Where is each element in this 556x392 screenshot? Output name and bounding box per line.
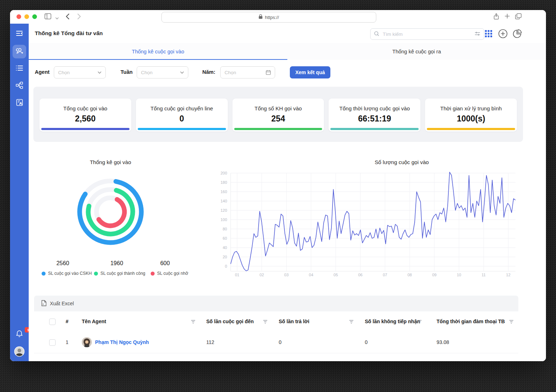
agent-select[interactable]: Chọn (54, 66, 106, 78)
svg-text:140: 140 (221, 199, 227, 203)
pie-chart-icon[interactable] (512, 29, 522, 39)
sidebar-item-report[interactable] (13, 96, 26, 110)
donut-value-missed: 600 (147, 260, 183, 267)
week-select[interactable]: Chọn (137, 66, 188, 78)
forward-icon[interactable] (77, 13, 81, 21)
agent-avatar (82, 337, 92, 349)
stat-card-label: Thời gian xử lý trung bình (425, 105, 517, 111)
stat-card-value: 2,560 (39, 114, 131, 124)
stat-card-label: Tổng thời lượng cuộc gọi vào (329, 105, 420, 111)
legend-label: SL cuộc gọi nhỡ (157, 271, 188, 276)
stat-card-accent-bar (234, 128, 322, 130)
tab-calls-in[interactable]: Thống kê cuộc gọi vào (29, 43, 287, 60)
column-header-0: # (66, 311, 69, 331)
column-header-4: Số lần không tiếp nhận (365, 311, 420, 331)
svg-text:40: 40 (223, 245, 227, 250)
search-input[interactable] (382, 31, 472, 37)
svg-text:12: 12 (506, 273, 510, 277)
browser-toolbar: https:// (10, 10, 546, 24)
filter-icon[interactable] (417, 319, 422, 324)
table-header: #Tên AgentSố lần cuộc gọi đếnSố lần trả … (34, 311, 518, 332)
svg-text:80: 80 (223, 227, 227, 231)
sidebar-panel-icon[interactable] (44, 13, 51, 21)
column-header-2: Số lần cuộc gọi đến (206, 311, 254, 331)
search-icon (374, 31, 379, 37)
svg-text:09: 09 (432, 273, 437, 277)
stat-card-1: Tổng cuộc gọi chuyển line 0 (136, 99, 228, 132)
export-excel-button[interactable]: Xuất Excel (50, 301, 74, 306)
svg-text:06: 06 (358, 273, 363, 277)
stat-card-value: 1000(s) (425, 114, 517, 124)
svg-text:04: 04 (309, 273, 313, 277)
filter-icon[interactable] (191, 319, 196, 324)
row-checkbox[interactable] (49, 339, 56, 346)
tab-calls-out[interactable]: Thống kê cuộc gọi ra (287, 43, 546, 60)
svg-text:120: 120 (221, 208, 227, 212)
close-window-button[interactable] (17, 14, 21, 19)
line-chart: 0204060801001201401601802000102030405060… (215, 169, 523, 279)
week-label: Tuần (121, 69, 133, 75)
list-icon (16, 65, 23, 72)
svg-text:08: 08 (407, 273, 412, 277)
profile-avatar-button[interactable] (13, 345, 26, 359)
stat-card-2: Tổng số KH gọi vào 254 (232, 99, 324, 132)
notifications-button[interactable]: 1 (13, 328, 26, 341)
cell-answered: 0 (279, 331, 282, 353)
tune-filter-icon[interactable] (475, 31, 480, 37)
new-tab-icon[interactable] (504, 13, 510, 20)
table-toolbar: x Xuất Excel (34, 296, 518, 311)
year-date-picker[interactable]: Chọn (220, 66, 275, 78)
svg-text:60: 60 (223, 236, 227, 240)
select-all-checkbox[interactable] (49, 319, 56, 325)
legend-dot-red (151, 272, 155, 276)
url-text: https:// (265, 15, 279, 20)
stat-card-label: Tổng số KH gọi vào (232, 105, 324, 111)
stat-card-0: Tổng cuộc gọi vào 2,560 (39, 99, 131, 132)
chevron-down-icon (180, 71, 184, 74)
report-contact-icon (16, 99, 23, 107)
svg-text:03: 03 (284, 273, 288, 277)
tabs-overview-icon[interactable] (515, 13, 522, 21)
year-picker-placeholder: Chọn (225, 70, 236, 75)
sidebar-collapse-button[interactable] (13, 27, 26, 41)
agent-label: Agent (35, 69, 50, 75)
column-header-5: Tổng thời gian đàm thoại TB (437, 311, 505, 331)
agent-name-link[interactable]: Phạm Thị Ngọc Quỳnh (95, 331, 149, 353)
minimize-window-button[interactable] (24, 14, 29, 19)
chevron-down-icon[interactable] (55, 15, 59, 21)
stat-card-value: 66:51:19 (329, 114, 420, 124)
sidebar-item-list[interactable] (13, 62, 26, 76)
legend-dot-green (94, 272, 98, 276)
zoom-window-button[interactable] (32, 14, 37, 19)
svg-text:0: 0 (225, 264, 227, 268)
share-icon[interactable] (494, 13, 499, 21)
search-box[interactable] (370, 28, 484, 40)
url-bar[interactable]: https:// (161, 12, 376, 23)
cell-not-accepted: 0 (365, 331, 368, 353)
table-row: 1 Phạm Thị Ngọc Quỳnh 112 0 0 93.08 (34, 331, 518, 353)
stat-card-4: Thời gian xử lý trung bình 1000(s) (425, 99, 517, 132)
bell-icon: 1 (15, 330, 23, 339)
main-content: Thống kê Tổng đài tư vấn Th (29, 24, 546, 361)
sidebar-item-agents[interactable] (13, 45, 26, 58)
cell-avg-talk-time: 93.08 (437, 331, 449, 353)
apps-grid-icon[interactable] (484, 29, 494, 39)
stat-card-accent-bar (330, 128, 419, 130)
sidebar-item-org-chart[interactable] (13, 79, 26, 93)
filter-icon[interactable] (509, 319, 514, 324)
org-chart-icon (16, 82, 23, 90)
filter-icon[interactable] (349, 319, 354, 324)
donut-value-success: 1960 (89, 260, 145, 267)
sidebar: 1 (10, 24, 29, 361)
svg-text:01: 01 (235, 273, 239, 277)
view-results-button[interactable]: Xem kết quả (290, 66, 330, 78)
legend-dot-blue (42, 272, 46, 276)
sidebar-collapse-icon (16, 30, 23, 38)
add-circle-icon[interactable] (498, 29, 508, 39)
legend-label: SL cuộc gọi thành công (100, 271, 145, 276)
back-icon[interactable] (66, 13, 70, 21)
filter-icon[interactable] (263, 319, 268, 324)
svg-text:x: x (42, 302, 44, 305)
stat-card-accent-bar (427, 128, 515, 130)
svg-text:07: 07 (383, 273, 387, 277)
